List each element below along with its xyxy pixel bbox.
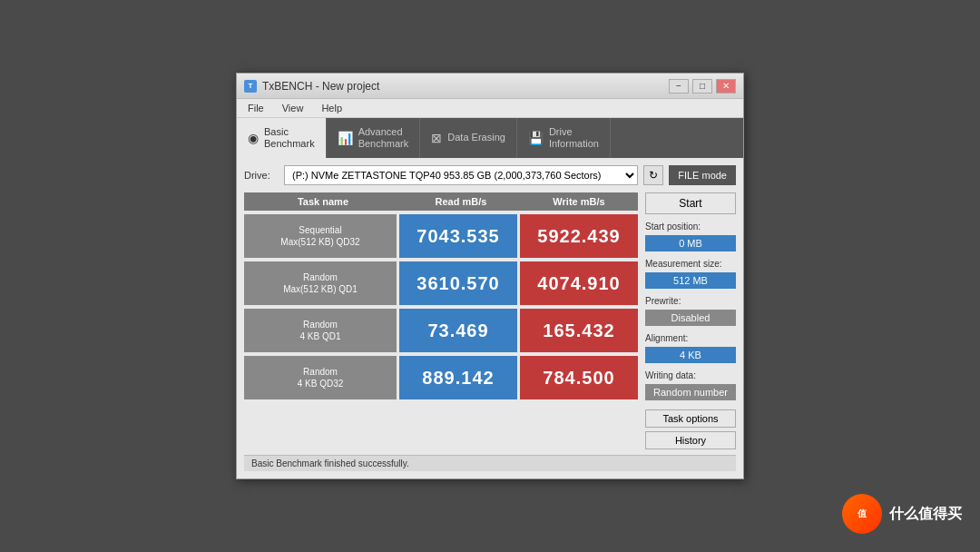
tab-basic-benchmark[interactable]: ◉ Basic Benchmark [237,118,327,158]
minimize-button[interactable]: − [669,79,689,94]
start-position-value[interactable]: 0 MB [645,235,736,251]
app-icon: T [244,80,257,93]
file-mode-button[interactable]: FILE mode [669,165,736,185]
app-window: T TxBENCH - New project − □ ✕ File View … [236,73,744,479]
tab-data-erasing-label: Data Erasing [447,132,505,143]
write-value-2: 4074.910 [520,261,638,305]
window-title: TxBENCH - New project [262,80,379,93]
content-area: Drive: (P:) NVMe ZETTASTONE TQP40 953.85… [237,158,743,478]
read-value-4: 889.142 [399,356,517,399]
task-label-1: Sequential Max(512 KB) QD32 [244,214,397,258]
measurement-size-value[interactable]: 512 MB [645,272,736,289]
tab-advanced-benchmark-label: Advanced Benchmark [358,126,409,150]
drive-select[interactable]: (P:) NVMe ZETTASTONE TQP40 953.85 GB (2,… [284,165,638,185]
write-value-3: 165.432 [520,309,638,352]
menu-file[interactable]: File [244,101,268,115]
task-options-button[interactable]: Task options [645,409,736,428]
tab-data-erasing[interactable]: ⊠ Data Erasing [420,118,517,158]
watermark-text: 什么值得买 [889,505,962,524]
write-value-1: 5922.439 [520,214,638,258]
main-content: Task name Read mB/s Write mB/s Sequentia… [244,192,736,449]
task-label-3: Random 4 KB QD1 [244,309,397,352]
result-row-2: Random Max(512 KB) QD1 3610.570 4074.910 [244,261,638,305]
tab-bar: ◉ Basic Benchmark 📊 Advanced Benchmark ⊠… [237,118,743,158]
tab-basic-benchmark-label: Basic Benchmark [264,126,315,150]
maximize-button[interactable]: □ [692,79,712,94]
tab-drive-information[interactable]: 💾 Drive Information [517,118,611,158]
alignment-value[interactable]: 4 KB [645,347,736,363]
history-button[interactable]: History [645,431,736,449]
watermark: 值 什么值得买 [842,494,962,534]
side-panel: Start Start position: 0 MB Measurement s… [645,192,736,449]
header-read: Read mB/s [402,192,520,211]
status-message: Basic Benchmark finished successfully. [251,458,409,468]
watermark-badge: 值 [842,494,882,534]
result-row-1: Sequential Max(512 KB) QD32 7043.535 592… [244,214,638,258]
header-write: Write mB/s [520,192,638,211]
tab-drive-information-label: Drive Information [549,126,599,150]
drive-label: Drive: [244,170,279,181]
results-panel: Task name Read mB/s Write mB/s Sequentia… [244,192,638,449]
start-position-label: Start position: [645,222,736,232]
status-bar: Basic Benchmark finished successfully. [244,455,736,471]
close-button[interactable]: ✕ [716,79,736,94]
title-bar: T TxBENCH - New project − □ ✕ [237,74,743,99]
title-controls: − □ ✕ [669,79,736,94]
result-row-3: Random 4 KB QD1 73.469 165.432 [244,309,638,352]
drive-refresh-button[interactable]: ↻ [643,165,663,185]
menu-help[interactable]: Help [318,101,346,115]
result-row-4: Random 4 KB QD32 889.142 784.500 [244,356,638,399]
tab-advanced-benchmark[interactable]: 📊 Advanced Benchmark [327,118,421,158]
menu-view[interactable]: View [279,101,308,115]
start-button[interactable]: Start [645,192,736,214]
read-value-2: 3610.570 [399,261,517,305]
task-label-2: Random Max(512 KB) QD1 [244,261,397,305]
basic-benchmark-icon: ◉ [248,131,259,145]
data-erasing-icon: ⊠ [431,131,442,145]
desktop: T TxBENCH - New project − □ ✕ File View … [0,0,980,552]
prewrite-value[interactable]: Disabled [645,310,736,326]
results-header: Task name Read mB/s Write mB/s [244,192,638,211]
title-bar-left: T TxBENCH - New project [244,80,379,93]
writing-data-label: Writing data: [645,370,736,380]
prewrite-label: Prewrite: [645,296,736,306]
measurement-size-label: Measurement size: [645,259,736,269]
advanced-benchmark-icon: 📊 [338,131,353,145]
menu-bar: File View Help [237,99,743,118]
drive-row: Drive: (P:) NVMe ZETTASTONE TQP40 953.85… [244,165,736,185]
drive-information-icon: 💾 [528,131,544,145]
task-label-4: Random 4 KB QD32 [244,356,397,399]
read-value-1: 7043.535 [399,214,517,258]
read-value-3: 73.469 [399,309,517,352]
alignment-label: Alignment: [645,333,736,343]
write-value-4: 784.500 [520,356,638,399]
header-task: Task name [244,192,402,211]
writing-data-value[interactable]: Random number [645,384,736,400]
